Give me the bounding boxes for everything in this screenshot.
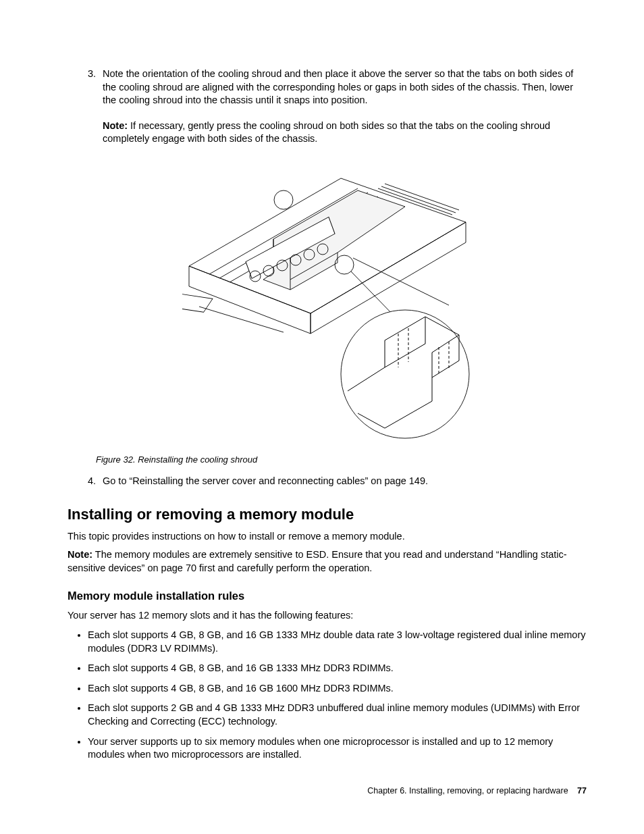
feature-list: Each slot supports 4 GB, 8 GB, and 16 GB… bbox=[68, 629, 587, 762]
footer-page-number: 77 bbox=[577, 786, 587, 796]
cooling-shroud-illustration bbox=[182, 158, 473, 448]
page: 3. Note the orientation of the cooling s… bbox=[0, 0, 644, 834]
subsection-title: Memory module installation rules bbox=[68, 588, 587, 603]
section-note: Note: The memory modules are extremely s… bbox=[68, 548, 587, 575]
svg-point-20 bbox=[341, 310, 469, 438]
svg-line-15 bbox=[199, 307, 284, 332]
page-footer: Chapter 6. Installing, removing, or repl… bbox=[367, 785, 587, 797]
step-3-note-text: If necessary, gently press the cooling s… bbox=[103, 120, 550, 145]
list-item: Each slot supports 4 GB, 8 GB, and 16 GB… bbox=[88, 629, 587, 655]
figure-32 bbox=[68, 158, 587, 448]
figure-caption: Figure 32. Reinstalling the cooling shro… bbox=[96, 454, 587, 466]
note-label: Note: bbox=[68, 549, 92, 560]
step-3-marker: 3. bbox=[68, 68, 103, 146]
step-4: 4. Go to “Reinstalling the server cover … bbox=[68, 475, 587, 488]
list-item: Your server supports up to six memory mo… bbox=[88, 735, 587, 762]
step-3: 3. Note the orientation of the cooling s… bbox=[68, 68, 587, 146]
svg-point-17 bbox=[335, 255, 354, 274]
subsection-intro: Your server has 12 memory slots and it h… bbox=[68, 609, 587, 623]
list-item: Each slot supports 4 GB, 8 GB, and 16 GB… bbox=[88, 662, 587, 675]
list-item: Each slot supports 2 GB and 4 GB 1333 MH… bbox=[88, 702, 587, 728]
step-3-note: Note: If necessary, gently press the coo… bbox=[103, 120, 587, 146]
note-label: Note: bbox=[103, 120, 128, 131]
footer-chapter: Chapter 6. Installing, removing, or repl… bbox=[367, 786, 568, 796]
list-item: Each slot supports 4 GB, 8 GB, and 16 GB… bbox=[88, 682, 587, 696]
svg-marker-6 bbox=[263, 190, 405, 290]
step-3-text: Note the orientation of the cooling shro… bbox=[103, 68, 573, 105]
svg-line-19 bbox=[353, 258, 449, 305]
step-3-body: Note the orientation of the cooling shro… bbox=[103, 68, 587, 146]
step-4-text: Go to “Reinstalling the server cover and… bbox=[103, 475, 587, 488]
step-4-marker: 4. bbox=[68, 475, 103, 488]
section-intro: This topic provides instructions on how … bbox=[68, 530, 587, 544]
svg-rect-14 bbox=[182, 288, 213, 313]
section-note-text: The memory modules are extremely sensiti… bbox=[68, 549, 567, 573]
svg-line-18 bbox=[351, 271, 395, 317]
svg-point-16 bbox=[274, 190, 293, 209]
section-title: Installing or removing a memory module bbox=[68, 504, 587, 525]
